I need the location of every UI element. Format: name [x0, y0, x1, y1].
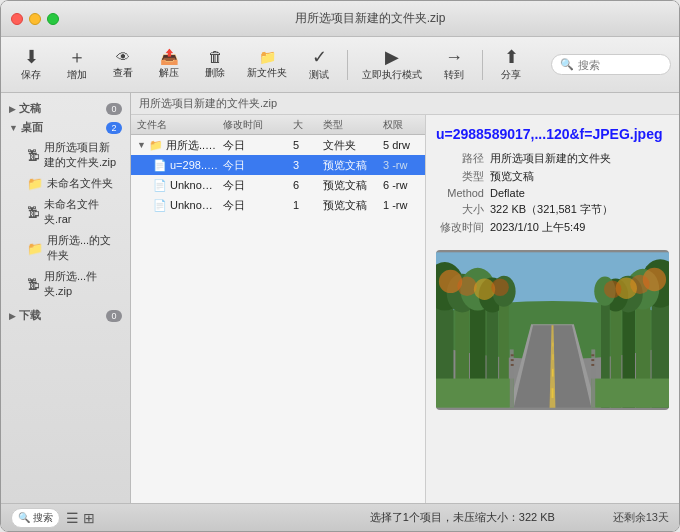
sidebar-item-zip2[interactable]: 🗜 用所选...件夹.zip [5, 266, 126, 302]
sidebar-item-zip[interactable]: 🗜 用所选项目新建的文件夹.zip [5, 137, 126, 173]
col-modified: 修改时间 [221, 118, 291, 132]
goto-label: 转到 [444, 68, 464, 82]
maximize-button[interactable] [47, 13, 59, 25]
folder-icon-row: 📁 [149, 139, 163, 152]
file-type: 预览文稿 [321, 158, 381, 173]
svg-rect-43 [511, 359, 514, 361]
share-icon: ⬆ [504, 48, 519, 66]
file-type: 预览文稿 [321, 178, 381, 193]
view-label: 查看 [113, 66, 133, 80]
sidebar-item-selected-folder[interactable]: 📁 用所选...的文件夹 [5, 230, 126, 266]
col-perms: 权限 [381, 118, 421, 132]
meta-method-row: Method Deflate [436, 187, 669, 199]
content-area: 用所选项目新建的文件夹.zip 文件名 修改时间 大 类型 权限 [131, 93, 679, 503]
sidebar-section-documents[interactable]: ▶ 文稿 0 [1, 99, 130, 118]
status-search-box[interactable]: 🔍 搜索 [11, 508, 60, 528]
test-button[interactable]: ✓ 测试 [297, 44, 341, 86]
preview-title: u=2988589017,...120&f=JPEG.jpeg [436, 125, 669, 143]
file-name-cell: 📄 Unknown-1.jpeg [151, 179, 221, 192]
breadcrumb-text: 用所选项目新建的文件夹.zip [139, 96, 277, 111]
main-window: 用所选项目新建的文件夹.zip ⬇ 保存 ＋ 增加 👁 查看 📤 解压 🗑 删除… [0, 0, 680, 532]
file-name-text: Unknown jpeg 49 [170, 199, 219, 211]
share-button[interactable]: ⬆ 分享 [489, 44, 533, 86]
col-type: 类型 [321, 118, 381, 132]
chevron-right-icon: ▶ [9, 104, 16, 114]
jpeg-file-icon: 📄 [153, 159, 167, 172]
file-name-cell: ▼ 📁 用所选...的文件夹 [135, 138, 221, 153]
sidebar-item-rar[interactable]: 🗜 未命名文件夹.rar [5, 194, 126, 230]
file-perms: 3 -rw [381, 159, 421, 171]
svg-rect-27 [552, 369, 553, 377]
sidebar-section-desktop[interactable]: ▼ 桌面 2 [1, 118, 130, 137]
meta-size-row: 大小 322 KB（321,581 字节） [436, 202, 669, 217]
sidebar-item-unnamed-folder[interactable]: 📁 未命名文件夹 [5, 173, 126, 194]
preview-panel: u=2988589017,...120&f=JPEG.jpeg 路径 用所选项目… [426, 115, 679, 503]
file-name-cell: 📄 Unknown jpeg 49 [151, 199, 221, 212]
meta-size-label: 大小 [436, 202, 484, 217]
folder-toggle-icon: ▼ [137, 140, 146, 150]
file-perms: 1 -rw [381, 199, 421, 211]
save-label: 保存 [21, 68, 41, 82]
file-name-text: 用所选...的文件夹 [166, 138, 219, 153]
sidebar-desktop-badge: 2 [106, 122, 122, 134]
svg-rect-28 [553, 354, 554, 360]
chevron-down-icon: ▼ [9, 123, 18, 133]
list-view-icon[interactable]: ☰ [66, 510, 79, 526]
goto-icon: → [445, 48, 463, 66]
col-size: 大 [291, 118, 321, 132]
file-list: 文件名 修改时间 大 类型 权限 ▼ 📁 用所选...的文件夹 今日 [131, 115, 426, 503]
file-modified: 今日 [221, 198, 291, 213]
file-row[interactable]: ▼ 📁 用所选...的文件夹 今日 5 文件夹 5 drw [131, 135, 425, 155]
toolbar-sep [347, 50, 348, 80]
grid-view-icon[interactable]: ⊞ [83, 510, 95, 526]
svg-point-39 [604, 281, 621, 298]
status-icons: ☰ ⊞ [66, 510, 95, 526]
svg-rect-26 [552, 388, 554, 398]
run-button[interactable]: ▶ 立即执行模式 [354, 44, 430, 86]
svg-rect-40 [510, 350, 514, 408]
svg-point-33 [457, 277, 476, 296]
new-folder-label: 新文件夹 [247, 66, 287, 80]
unknown1-file-icon: 📄 [153, 179, 167, 192]
view-button[interactable]: 👁 查看 [101, 46, 145, 84]
zip2-icon: 🗜 [27, 277, 40, 292]
search-input[interactable] [578, 59, 658, 71]
extract-button[interactable]: 📤 解压 [147, 45, 191, 84]
goto-button[interactable]: → 转到 [432, 44, 476, 86]
file-size: 3 [291, 159, 321, 171]
test-icon: ✓ [312, 48, 327, 66]
meta-type-row: 类型 预览文稿 [436, 169, 669, 184]
meta-date-row: 修改时间 2023/1/10 上午5:49 [436, 220, 669, 235]
downloads-chevron-icon: ▶ [9, 311, 16, 321]
days-left: 还剩余13天 [613, 510, 669, 525]
file-name-cell: 📄 u=298...EG.jpeg [151, 159, 221, 172]
selected-folder-icon: 📁 [27, 241, 43, 256]
save-button[interactable]: ⬇ 保存 [9, 44, 53, 86]
search-box[interactable]: 🔍 [551, 54, 671, 75]
selected-info: 选择了1个项目，未压缩大小：322 KB [312, 510, 613, 525]
svg-rect-45 [591, 354, 594, 356]
meta-path-label: 路径 [436, 151, 484, 166]
view-icon: 👁 [116, 50, 130, 64]
minimize-button[interactable] [29, 13, 41, 25]
close-button[interactable] [11, 13, 23, 25]
sidebar-section-downloads[interactable]: ▶ 下载 0 [1, 306, 130, 325]
meta-type-value: 预览文稿 [490, 169, 534, 184]
add-icon: ＋ [68, 48, 86, 66]
meta-path-row: 路径 用所选项目新建的文件夹 [436, 151, 669, 166]
main-area: ▶ 文稿 0 ▼ 桌面 2 🗜 用所选项目新建的文件夹.zip 📁 未命名文件夹… [1, 93, 679, 503]
toolbar: ⬇ 保存 ＋ 增加 👁 查看 📤 解压 🗑 删除 📁 新文件夹 ✓ 测试 [1, 37, 679, 93]
window-title: 用所选项目新建的文件夹.zip [71, 10, 669, 27]
file-modified: 今日 [221, 138, 291, 153]
file-row[interactable]: 📄 Unknown jpeg 49 今日 1 预览文稿 1 -rw [131, 195, 425, 215]
new-folder-button[interactable]: 📁 新文件夹 [239, 46, 295, 84]
file-row[interactable]: 📄 Unknown-1.jpeg 今日 6 预览文稿 6 -rw [131, 175, 425, 195]
add-button[interactable]: ＋ 增加 [55, 44, 99, 86]
toolbar-sep2 [482, 50, 483, 80]
file-row[interactable]: 📄 u=298...EG.jpeg 今日 3 预览文稿 3 -rw [131, 155, 425, 175]
file-list-container: 文件名 修改时间 大 类型 权限 ▼ 📁 用所选...的文件夹 今日 [131, 115, 679, 503]
add-label: 增加 [67, 68, 87, 82]
run-label: 立即执行模式 [362, 68, 422, 82]
file-perms: 5 drw [381, 139, 421, 151]
delete-button[interactable]: 🗑 删除 [193, 45, 237, 84]
